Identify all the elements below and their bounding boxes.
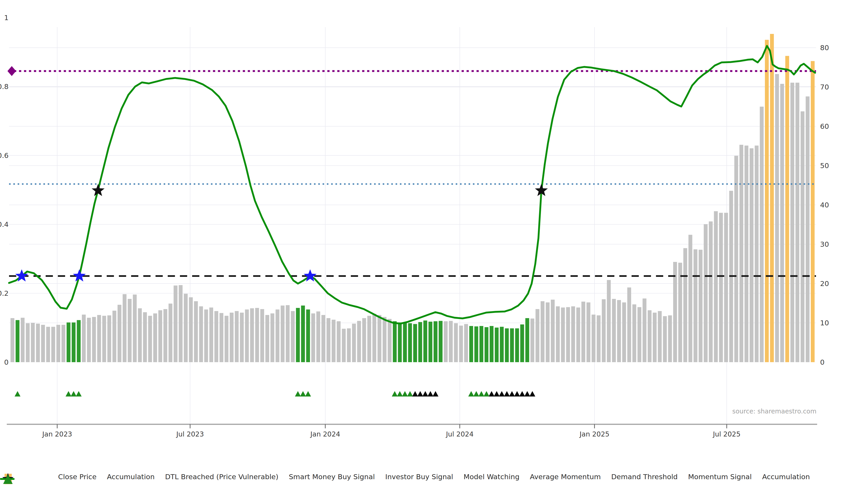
accumulation-bar bbox=[500, 327, 504, 362]
close-price-bar bbox=[97, 315, 101, 362]
accumulation-bar bbox=[479, 326, 483, 362]
close-price-bar bbox=[107, 315, 111, 362]
accumulation-triangle-icon bbox=[407, 391, 413, 396]
accumulation-triangle-icon bbox=[15, 391, 21, 396]
dtl-breached-bar bbox=[785, 56, 789, 362]
close-price-bar bbox=[709, 221, 713, 362]
close-price-bar bbox=[174, 286, 178, 362]
accumulation-triangle-icon bbox=[71, 391, 76, 396]
close-price-bar bbox=[693, 250, 698, 362]
demand-threshold-diamond-icon bbox=[7, 66, 16, 76]
close-price-bar bbox=[801, 111, 804, 362]
smart-money-buy-signal-star-icon bbox=[73, 269, 86, 282]
legend-item-demand-threshold: Demand Threshold bbox=[611, 473, 678, 481]
marker-triangle-black-icon bbox=[428, 391, 433, 396]
close-price-bar bbox=[61, 325, 65, 362]
close-price-bar bbox=[347, 328, 351, 362]
y-axis-left-tick-label: 0 bbox=[4, 358, 8, 366]
close-price-bar bbox=[577, 307, 580, 362]
close-price-bar bbox=[535, 309, 539, 362]
accumulation-bar bbox=[296, 308, 300, 362]
legend-label: Investor Buy Signal bbox=[385, 473, 453, 481]
close-price-bar bbox=[316, 312, 320, 362]
close-price-bar bbox=[367, 316, 371, 362]
legend-label: Smart Money Buy Signal bbox=[289, 473, 375, 481]
accumulation-bar bbox=[77, 320, 81, 362]
close-price-bar bbox=[699, 250, 703, 362]
x-axis-tick-label: Jul 2023 bbox=[176, 430, 204, 438]
accumulation-triangle-icon bbox=[397, 391, 403, 396]
close-price-bar bbox=[607, 280, 611, 362]
accumulation-bar bbox=[16, 320, 20, 362]
legend-item-investor-buy-signal: Investor Buy Signal bbox=[385, 473, 453, 481]
marker-triangle-black-icon bbox=[412, 391, 418, 396]
source-note: source: sharemaestro.com bbox=[733, 408, 816, 415]
close-price-bar bbox=[663, 316, 667, 362]
close-price-bar bbox=[87, 318, 91, 362]
legend-item-model-watching: Model Watching bbox=[464, 473, 520, 481]
y-axis-right-tick-label: 10 bbox=[820, 319, 829, 327]
marker-triangle-black-icon bbox=[417, 391, 423, 396]
marker-triangle-black-icon bbox=[489, 391, 495, 396]
legend-item-momentum-signal: Momentum Signal bbox=[688, 473, 752, 481]
close-price-bar bbox=[255, 308, 259, 362]
close-price-bar bbox=[113, 311, 116, 362]
accumulation-triangle-icon bbox=[66, 391, 71, 396]
y-axis-left-tick-label: 1 bbox=[4, 13, 8, 22]
close-price-bar bbox=[148, 316, 152, 362]
y-axis-right-tick-label: 70 bbox=[820, 83, 829, 91]
close-price-bar bbox=[464, 324, 468, 362]
close-price-bar bbox=[546, 302, 550, 362]
close-price-bar bbox=[592, 315, 595, 362]
legend-label: Close Price bbox=[58, 473, 96, 481]
close-price-bar bbox=[266, 315, 269, 362]
accumulation-bar bbox=[403, 322, 407, 362]
close-price-bar bbox=[11, 318, 14, 362]
close-price-bar bbox=[760, 107, 764, 362]
accumulation-bar bbox=[515, 328, 519, 362]
close-price-bar bbox=[143, 312, 147, 362]
close-price-bar bbox=[566, 307, 570, 362]
close-price-bar bbox=[714, 211, 718, 362]
close-price-bar bbox=[735, 156, 738, 362]
accumulation-triangle-icon bbox=[478, 391, 485, 396]
legend-item-accumulation: Accumulation bbox=[107, 473, 155, 481]
accumulation-triangle-icon bbox=[473, 391, 479, 396]
accumulation-bar bbox=[439, 321, 442, 362]
y-axis-right-tick-label: 30 bbox=[820, 240, 829, 248]
close-price-bar bbox=[597, 315, 600, 362]
close-price-bar bbox=[454, 323, 458, 362]
legend-label: DTL Breached (Price Vulnerable) bbox=[165, 473, 278, 481]
close-price-bar bbox=[617, 300, 621, 362]
y-axis-right-tick-label: 40 bbox=[820, 201, 829, 209]
close-price-bar bbox=[739, 145, 743, 362]
close-price-bar bbox=[571, 306, 575, 362]
close-price-bar bbox=[26, 323, 30, 362]
accumulation-bar bbox=[485, 327, 489, 362]
marker-triangle-black-icon bbox=[423, 391, 428, 396]
accumulation-bar bbox=[434, 321, 437, 362]
close-price-bar bbox=[541, 301, 545, 362]
close-price-bar bbox=[745, 145, 748, 362]
close-price-bar bbox=[444, 321, 447, 362]
close-price-bar bbox=[199, 306, 203, 362]
close-price-bar bbox=[179, 285, 183, 362]
accumulation-bar bbox=[429, 322, 432, 362]
y-axis-left-tick-label: 0.8 bbox=[0, 83, 8, 91]
close-price-bar bbox=[581, 302, 585, 362]
close-price-bar bbox=[627, 287, 631, 362]
close-price-bar bbox=[41, 325, 45, 362]
momentum-price-chart: Jan 2023Jul 2023Jan 2024Jul 2024Jan 2025… bbox=[0, 0, 868, 488]
close-price-bar bbox=[648, 310, 651, 362]
close-price-bar bbox=[102, 316, 106, 362]
dtl-breached-bar bbox=[811, 61, 815, 362]
marker-triangle-black-icon bbox=[514, 391, 520, 396]
close-price-bar bbox=[46, 327, 50, 362]
close-price-bar bbox=[204, 310, 208, 362]
close-price-bar bbox=[57, 325, 60, 362]
marker-triangle-black-icon bbox=[524, 391, 530, 396]
close-price-bar bbox=[128, 299, 131, 362]
close-price-bar bbox=[352, 324, 356, 362]
accumulation-triangle-icon bbox=[300, 391, 306, 396]
close-price-bar bbox=[286, 305, 289, 362]
